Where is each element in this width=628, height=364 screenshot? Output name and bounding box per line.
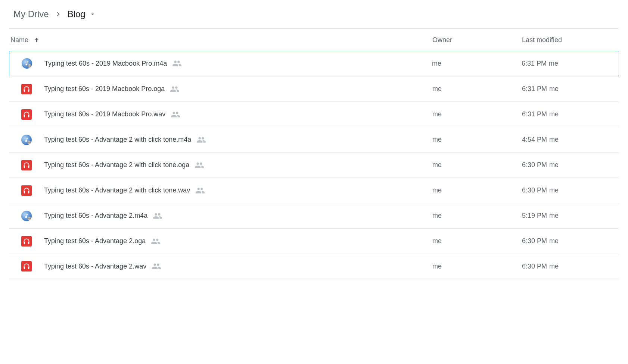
file-owner: me bbox=[432, 161, 522, 169]
file-name-cell: Typing test 60s - 2019 Macbook Pro.m4a bbox=[44, 59, 432, 68]
music-note-icon bbox=[21, 211, 32, 221]
column-header-name-label: Name bbox=[10, 36, 28, 44]
file-row[interactable]: Typing test 60s - Advantage 2 with click… bbox=[9, 127, 619, 152]
file-name: Typing test 60s - Advantage 2.wav bbox=[44, 263, 146, 270]
shared-icon bbox=[195, 186, 205, 195]
audio-file-icon bbox=[9, 236, 44, 247]
file-row[interactable]: Typing test 60s - 2019 Macbook Pro.wavme… bbox=[9, 101, 619, 127]
audio-file-icon bbox=[9, 261, 44, 272]
file-modified: 6:31 PMme bbox=[522, 85, 619, 93]
file-modified: 6:30 PMme bbox=[522, 263, 619, 270]
file-modified-by: me bbox=[549, 85, 559, 92]
shared-icon bbox=[171, 110, 180, 119]
file-name: Typing test 60s - 2019 Macbook Pro.oga bbox=[44, 85, 165, 93]
caret-down-icon bbox=[89, 11, 96, 18]
file-modified: 5:19 PMme bbox=[522, 212, 619, 220]
file-name: Typing test 60s - Advantage 2 with click… bbox=[44, 186, 190, 194]
file-owner: me bbox=[432, 85, 522, 93]
shared-icon bbox=[152, 261, 161, 271]
audio-file-icon bbox=[9, 185, 44, 196]
file-owner: me bbox=[432, 60, 522, 68]
file-name-cell: Typing test 60s - Advantage 2 with click… bbox=[44, 160, 432, 170]
file-name: Typing test 60s - 2019 Macbook Pro.m4a bbox=[44, 60, 167, 68]
file-name-cell: Typing test 60s - Advantage 2.m4a bbox=[44, 211, 432, 221]
file-name-cell: Typing test 60s - 2019 Macbook Pro.oga bbox=[44, 84, 432, 94]
file-modified-time: 6:31 PM bbox=[522, 60, 547, 67]
shared-icon bbox=[151, 236, 161, 246]
file-owner: me bbox=[432, 263, 522, 270]
file-modified-time: 4:54 PM bbox=[522, 136, 547, 143]
file-modified: 4:54 PMme bbox=[522, 136, 619, 144]
audio-file-icon bbox=[9, 160, 44, 170]
column-header-owner[interactable]: Owner bbox=[432, 36, 522, 44]
breadcrumb-current-label: Blog bbox=[68, 9, 86, 19]
file-name: Typing test 60s - Advantage 2 with click… bbox=[44, 161, 189, 169]
file-name-cell: Typing test 60s - Advantage 2.oga bbox=[44, 236, 432, 246]
file-name: Typing test 60s - Advantage 2.m4a bbox=[44, 212, 147, 220]
file-owner: me bbox=[432, 186, 522, 194]
arrow-up-icon bbox=[33, 37, 40, 44]
headphones-icon bbox=[21, 261, 32, 272]
file-name-cell: Typing test 60s - 2019 Macbook Pro.wav bbox=[44, 110, 432, 119]
file-row[interactable]: Typing test 60s - Advantage 2 with click… bbox=[9, 178, 619, 203]
file-modified-time: 6:30 PM bbox=[522, 161, 547, 169]
file-name-cell: Typing test 60s - Advantage 2 with click… bbox=[44, 135, 432, 145]
shared-icon bbox=[172, 59, 182, 68]
headphones-icon bbox=[21, 109, 32, 120]
headphones-icon bbox=[21, 84, 32, 94]
file-modified: 6:31 PMme bbox=[522, 60, 619, 68]
file-row[interactable]: Typing test 60s - 2019 Macbook Pro.m4ame… bbox=[9, 51, 619, 76]
breadcrumb-current[interactable]: Blog bbox=[68, 9, 96, 19]
file-modified-by: me bbox=[549, 263, 559, 270]
file-row[interactable]: Typing test 60s - Advantage 2.ogame6:30 … bbox=[9, 228, 619, 254]
file-owner: me bbox=[432, 136, 522, 144]
file-modified-by: me bbox=[549, 161, 559, 169]
column-header-name[interactable]: Name bbox=[9, 36, 432, 44]
file-owner: me bbox=[432, 237, 522, 245]
m4a-file-icon bbox=[9, 211, 44, 221]
file-modified-time: 5:19 PM bbox=[522, 212, 547, 219]
file-list: Typing test 60s - 2019 Macbook Pro.m4ame… bbox=[9, 51, 619, 279]
column-header-modified[interactable]: Last modified bbox=[522, 36, 619, 44]
file-owner: me bbox=[432, 110, 522, 118]
file-name: Typing test 60s - Advantage 2 with click… bbox=[44, 136, 191, 144]
shared-icon bbox=[153, 211, 162, 221]
list-header: Name Owner Last modified bbox=[9, 29, 619, 51]
breadcrumb: My Drive Blog bbox=[9, 7, 619, 29]
file-modified-by: me bbox=[549, 136, 559, 143]
file-modified-time: 6:31 PM bbox=[522, 85, 547, 92]
file-modified-by: me bbox=[549, 110, 559, 118]
file-modified: 6:30 PMme bbox=[522, 237, 619, 245]
audio-file-icon bbox=[9, 84, 44, 94]
shared-icon bbox=[196, 135, 206, 145]
file-modified-by: me bbox=[549, 212, 559, 219]
chevron-right-icon bbox=[54, 10, 62, 18]
file-name-cell: Typing test 60s - Advantage 2 with click… bbox=[44, 186, 432, 195]
file-owner: me bbox=[432, 212, 522, 220]
m4a-file-icon bbox=[9, 58, 44, 69]
file-modified-by: me bbox=[549, 60, 558, 67]
file-name: Typing test 60s - Advantage 2.oga bbox=[44, 237, 146, 245]
file-modified: 6:31 PMme bbox=[522, 110, 619, 118]
m4a-file-icon bbox=[9, 135, 44, 145]
file-row[interactable]: Typing test 60s - Advantage 2 with click… bbox=[9, 152, 619, 178]
file-modified-time: 6:30 PM bbox=[522, 237, 547, 245]
breadcrumb-root[interactable]: My Drive bbox=[13, 9, 49, 19]
shared-icon bbox=[195, 160, 204, 170]
file-modified-by: me bbox=[549, 186, 559, 194]
headphones-icon bbox=[21, 236, 32, 247]
headphones-icon bbox=[21, 160, 32, 170]
file-name: Typing test 60s - 2019 Macbook Pro.wav bbox=[44, 110, 165, 118]
music-note-icon bbox=[22, 58, 32, 69]
file-name-cell: Typing test 60s - Advantage 2.wav bbox=[44, 261, 432, 271]
file-row[interactable]: Typing test 60s - Advantage 2.m4ame5:19 … bbox=[9, 203, 619, 228]
file-modified-time: 6:30 PM bbox=[522, 186, 547, 194]
music-note-icon bbox=[21, 135, 32, 145]
audio-file-icon bbox=[9, 109, 44, 120]
file-modified-time: 6:30 PM bbox=[522, 263, 547, 270]
file-row[interactable]: Typing test 60s - Advantage 2.wavme6:30 … bbox=[9, 254, 619, 279]
file-modified-time: 6:31 PM bbox=[522, 110, 547, 118]
file-row[interactable]: Typing test 60s - 2019 Macbook Pro.ogame… bbox=[9, 76, 619, 101]
file-modified: 6:30 PMme bbox=[522, 161, 619, 169]
file-modified: 6:30 PMme bbox=[522, 186, 619, 194]
